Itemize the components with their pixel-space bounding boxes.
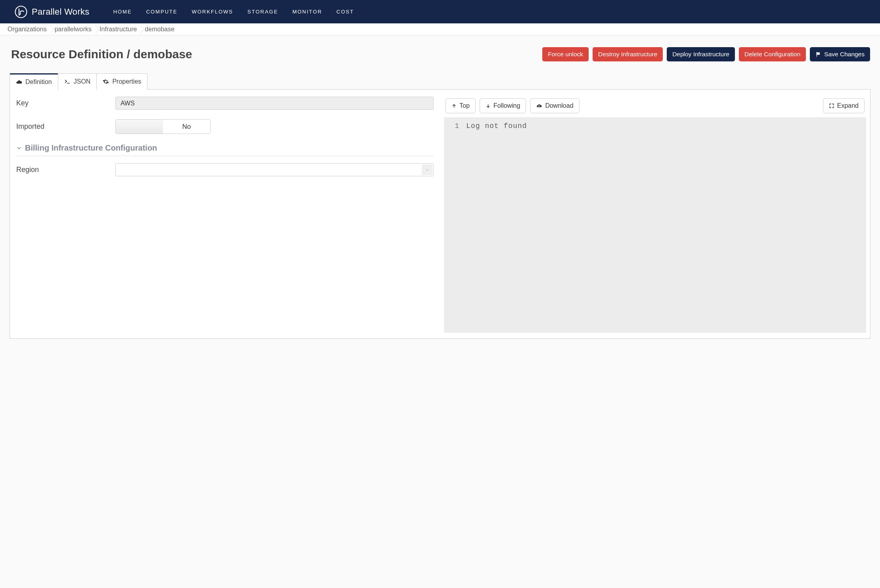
tab-definition-label: Definition [25,78,52,86]
gear-icon [103,78,109,85]
page-header: Resource Definition / demobase Force unl… [0,35,880,73]
brand-name: Parallel Works [32,7,90,17]
imported-toggle[interactable]: No [115,119,210,134]
nav-storage[interactable]: STORAGE [247,9,278,15]
log-line-number: 1 [451,121,459,131]
crumb-organizations[interactable]: Organizations [7,26,51,33]
log-top-label: Top [459,102,470,109]
page-title: Resource Definition / demobase [11,48,192,61]
form-row-imported: Imported No [16,119,434,134]
terminal-icon [64,78,71,85]
action-buttons: Force unlock Destroy Infrastructure Depl… [542,47,870,61]
tab-json-label: JSON [74,78,91,85]
force-unlock-button[interactable]: Force unlock [542,47,589,61]
cloud-icon [16,79,22,85]
log-following-label: Following [494,102,520,109]
log-toolbar: Top Following Download Expand [444,98,866,113]
crumb-org-name[interactable]: parallelworks [54,26,96,33]
log-line-text: Log not found [466,121,527,131]
brand[interactable]: Parallel Works [14,5,90,19]
arrow-down-icon [486,103,491,109]
log-expand-button[interactable]: Expand [823,98,865,113]
imported-toggle-value: No [163,120,210,134]
billing-section-title: Billing Infrastructure Configuration [25,143,157,153]
nav-cost[interactable]: COST [337,9,354,15]
tab-definition[interactable]: Definition [10,73,58,90]
nav-items: HOME COMPUTE WORKFLOWS STORAGE MONITOR C… [113,9,354,15]
chevron-right-icon [51,25,54,34]
crumb-infrastructure[interactable]: Infrastructure [99,26,141,33]
log-expand-label: Expand [837,102,859,109]
top-navbar: Parallel Works HOME COMPUTE WORKFLOWS ST… [0,0,880,23]
imported-label: Imported [16,122,115,131]
nav-home[interactable]: HOME [113,9,132,15]
chevron-down-icon [16,145,22,151]
svg-point-0 [15,6,27,17]
breadcrumb: Organizations parallelworks Infrastructu… [0,23,880,35]
log-following-button[interactable]: Following [480,98,526,113]
flag-icon [815,52,821,57]
log-line: 1 Log not found [451,121,859,131]
imported-toggle-off [116,120,163,134]
form-row-key: Key [16,97,434,110]
log-panel: Top Following Download Expand [440,90,870,338]
billing-section-header[interactable]: Billing Infrastructure Configuration [16,143,434,156]
tab-properties[interactable]: Properties [96,73,147,90]
chevron-right-icon [96,25,99,34]
chevron-right-icon [141,25,144,34]
key-label: Key [16,99,115,107]
crumb-resource[interactable]: demobase [144,26,178,33]
log-download-label: Download [545,102,573,109]
save-changes-label: Save Changes [824,51,865,58]
main-panel: Key Imported No Billing Infrastructure C… [10,89,870,339]
nav-workflows[interactable]: WORKFLOWS [192,9,233,15]
log-top-button[interactable]: Top [446,98,476,113]
key-input[interactable] [115,97,434,110]
expand-icon [829,103,834,109]
nav-compute[interactable]: COMPUTE [146,9,178,15]
log-download-button[interactable]: Download [530,98,579,113]
form-row-region: Region [16,163,434,176]
tab-json[interactable]: JSON [58,73,97,90]
cloud-download-icon [536,103,542,109]
deploy-infrastructure-button[interactable]: Deploy Infrastructure [667,47,735,61]
tabs: Definition JSON Properties [10,73,870,90]
save-changes-button[interactable]: Save Changes [810,47,870,61]
log-body: 1 Log not found [444,117,866,333]
definition-form: Key Imported No Billing Infrastructure C… [10,90,440,338]
nav-monitor[interactable]: MONITOR [293,9,322,15]
brand-logo-icon [14,5,28,19]
arrow-up-icon [451,103,457,109]
tab-properties-label: Properties [112,78,141,85]
delete-configuration-button[interactable]: Delete Configuration [739,47,806,61]
destroy-infrastructure-button[interactable]: Destroy Infrastructure [593,47,663,61]
region-select[interactable] [115,163,434,176]
region-label: Region [16,166,115,174]
